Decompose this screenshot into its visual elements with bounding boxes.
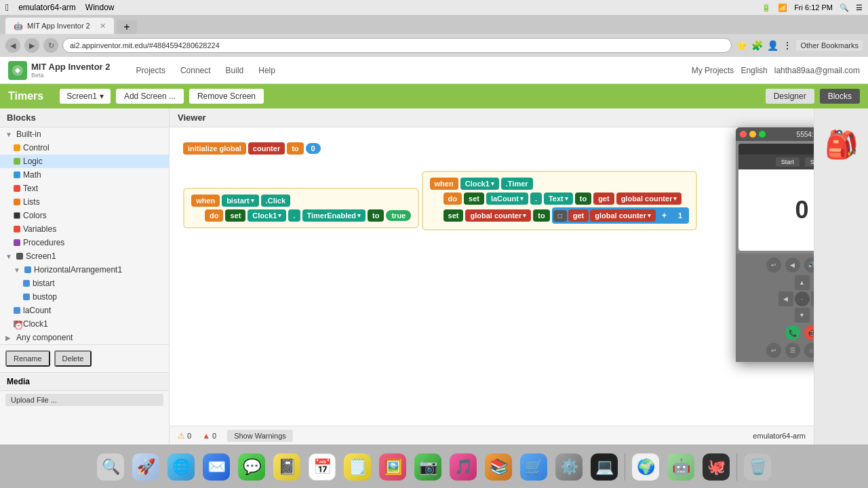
tree-item-math[interactable]: Math bbox=[0, 168, 169, 182]
my-projects-link[interactable]: My Projects bbox=[692, 66, 734, 75]
delete-button[interactable]: Delete bbox=[54, 350, 92, 367]
dpad-right[interactable]: ▶ bbox=[811, 291, 814, 306]
tree-item-variables[interactable]: Variables bbox=[0, 222, 169, 236]
tree-item-ha1-toggle[interactable]: ▼ HorizontalArrangement1 bbox=[0, 263, 169, 277]
tree-item-procedures[interactable]: Procedures bbox=[0, 236, 169, 249]
bookmarks-label[interactable]: Other Bookmarks bbox=[796, 40, 863, 51]
global-counter-dropdown-2[interactable]: global counter bbox=[465, 209, 531, 222]
dock-item-photos[interactable]: 🖼️ bbox=[376, 451, 409, 483]
tree-item-any-component[interactable]: ▶ Any component bbox=[0, 331, 169, 344]
phone-stop-button[interactable]: Stop bbox=[805, 157, 814, 167]
dock-item-finder[interactable]: 🔍 bbox=[94, 451, 127, 483]
user-email[interactable]: lahtha89aa@gmail.com bbox=[774, 66, 860, 75]
forward-button[interactable]: ▶ bbox=[24, 38, 39, 53]
dock-item-books[interactable]: 📚 bbox=[482, 451, 515, 483]
dock-item-launchpad[interactable]: 🚀 bbox=[130, 451, 162, 483]
dpad-left[interactable]: ◀ bbox=[778, 291, 793, 306]
counter-name-block: counter bbox=[248, 142, 285, 155]
extensions-icon[interactable]: 🧩 bbox=[751, 40, 763, 51]
nav-projects[interactable]: Projects bbox=[130, 63, 172, 78]
window-close-button[interactable] bbox=[740, 131, 747, 138]
tree-item-control[interactable]: Control bbox=[0, 141, 169, 155]
timerenabled-dropdown[interactable]: TimerEnabled bbox=[302, 209, 366, 222]
dock-item-appstore[interactable]: 🛒 bbox=[517, 451, 550, 483]
phone-btn-2[interactable]: ◀ bbox=[785, 258, 800, 272]
nav-build[interactable]: Build bbox=[219, 63, 251, 78]
phone-back-btn[interactable]: ↩ bbox=[766, 343, 781, 358]
tree-item-bistart[interactable]: bistart bbox=[0, 277, 169, 290]
tree-item-text[interactable]: Text bbox=[0, 182, 169, 195]
builtin-section[interactable]: ▼ Built-in bbox=[0, 127, 169, 141]
dock-item-github[interactable]: 🐙 bbox=[700, 451, 732, 483]
tree-item-clock1[interactable]: ⏰ Clock1 bbox=[0, 317, 169, 331]
clock1-dropdown-1[interactable]: Clock1 bbox=[248, 209, 286, 222]
dock-item-sysprefs[interactable]: ⚙️ bbox=[553, 451, 585, 483]
tree-item-logic[interactable]: Logic bbox=[0, 155, 169, 168]
dock-item-stickies[interactable]: 🗒️ bbox=[341, 451, 374, 483]
phone-start-button[interactable]: Start bbox=[776, 157, 800, 167]
language-selector[interactable]: English bbox=[741, 66, 767, 75]
end-call-button[interactable]: 📵 bbox=[804, 325, 814, 340]
dock-item-messages[interactable]: 💬 bbox=[235, 451, 268, 483]
block-when-bistart-click[interactable]: when bistart .Click do set Clock1 . Time… bbox=[183, 188, 419, 228]
dpad-down[interactable]: ▼ bbox=[795, 308, 810, 323]
new-tab-button[interactable]: + bbox=[117, 20, 137, 34]
dock-item-mail[interactable]: ✉️ bbox=[200, 451, 233, 483]
window-minimize-button[interactable] bbox=[749, 131, 756, 138]
tree-item-screen1-toggle[interactable]: ▼ Screen1 bbox=[0, 249, 169, 263]
nav-help[interactable]: Help bbox=[252, 63, 282, 78]
text-dropdown[interactable]: Text bbox=[544, 192, 573, 205]
dock-item-chrome[interactable]: 🌍 bbox=[629, 451, 662, 483]
bookmark-icon[interactable]: ⭐ bbox=[736, 40, 747, 51]
dock-item-trash[interactable]: 🗑️ bbox=[741, 451, 774, 483]
designer-button[interactable]: Designer bbox=[766, 89, 814, 104]
rename-button[interactable]: Rename bbox=[5, 350, 50, 367]
text-label: Text bbox=[23, 184, 38, 193]
clock1-dropdown-2[interactable]: Clock1 bbox=[460, 178, 499, 190]
user-icon[interactable]: 👤 bbox=[767, 40, 778, 51]
browser-tab[interactable]: 🤖 MIT App Inventor 2 ✕ bbox=[5, 18, 114, 34]
search-icon[interactable]: 🔍 bbox=[840, 3, 849, 12]
screen-selector[interactable]: Screen1 ▾ bbox=[60, 89, 111, 104]
address-bar[interactable]: ai2.appinventor.mit.edu/#488459428062822… bbox=[62, 38, 732, 53]
upload-file-button[interactable]: Upload File ... bbox=[5, 394, 163, 406]
refresh-button[interactable]: ↻ bbox=[43, 38, 58, 53]
window-menu[interactable]: Window bbox=[85, 3, 115, 12]
tree-item-colors[interactable]: Colors bbox=[0, 209, 169, 222]
backpack-icon[interactable]: 🎒 bbox=[825, 129, 859, 161]
control-icon[interactable]: ☰ bbox=[856, 3, 863, 12]
dock-item-facetime[interactable]: 📷 bbox=[412, 451, 444, 483]
global-counter-dropdown-3[interactable]: global counter bbox=[590, 209, 656, 222]
phone-home-btn[interactable]: ⌂ bbox=[804, 343, 814, 358]
call-button[interactable]: 📞 bbox=[785, 325, 800, 340]
nav-connect[interactable]: Connect bbox=[174, 63, 218, 78]
dock-item-terminal[interactable]: 💻 bbox=[588, 451, 620, 483]
remove-screen-button[interactable]: Remove Screen bbox=[189, 89, 264, 104]
phone-menu-btn[interactable]: ☰ bbox=[785, 343, 800, 358]
back-button[interactable]: ◀ bbox=[5, 38, 20, 53]
dock-item-notes[interactable]: 📓 bbox=[271, 451, 303, 483]
show-warnings-button[interactable]: Show Warnings bbox=[227, 430, 293, 442]
block-initialize-global[interactable]: initialize global counter to 0 bbox=[183, 142, 800, 155]
global-counter-dropdown-1[interactable]: global counter bbox=[616, 192, 682, 205]
dpad-up[interactable]: ▲ bbox=[795, 275, 810, 290]
tree-item-lacount[interactable]: laCount bbox=[0, 304, 169, 317]
menu-icon[interactable]: ⋮ bbox=[783, 40, 792, 51]
dock-item-music[interactable]: 🎵 bbox=[447, 451, 479, 483]
phone-btn-3[interactable]: 🔊 bbox=[804, 258, 814, 272]
add-screen-button[interactable]: Add Screen ... bbox=[116, 89, 184, 104]
window-maximize-button[interactable] bbox=[759, 131, 766, 138]
bistart-dropdown[interactable]: bistart bbox=[222, 195, 259, 207]
app-name-menu[interactable]: emulator64-arm bbox=[18, 3, 76, 12]
dock-item-safari[interactable]: 🌐 bbox=[165, 451, 197, 483]
dock-item-calendar[interactable]: 📅 bbox=[306, 451, 338, 483]
tree-item-bustop[interactable]: bustop bbox=[0, 290, 169, 304]
phone-btn-1[interactable]: ↩ bbox=[766, 258, 781, 272]
block-when-clock1-timer[interactable]: when Clock1 .Timer do set laCount . Text… bbox=[422, 171, 698, 230]
tab-close-button[interactable]: ✕ bbox=[100, 22, 106, 30]
tree-item-lists[interactable]: Lists bbox=[0, 195, 169, 209]
dpad-center[interactable]: · bbox=[795, 291, 810, 306]
dock-item-android[interactable]: 🤖 bbox=[665, 451, 697, 483]
lacount-dropdown[interactable]: laCount bbox=[486, 192, 528, 205]
blocks-button[interactable]: Blocks bbox=[820, 89, 860, 104]
